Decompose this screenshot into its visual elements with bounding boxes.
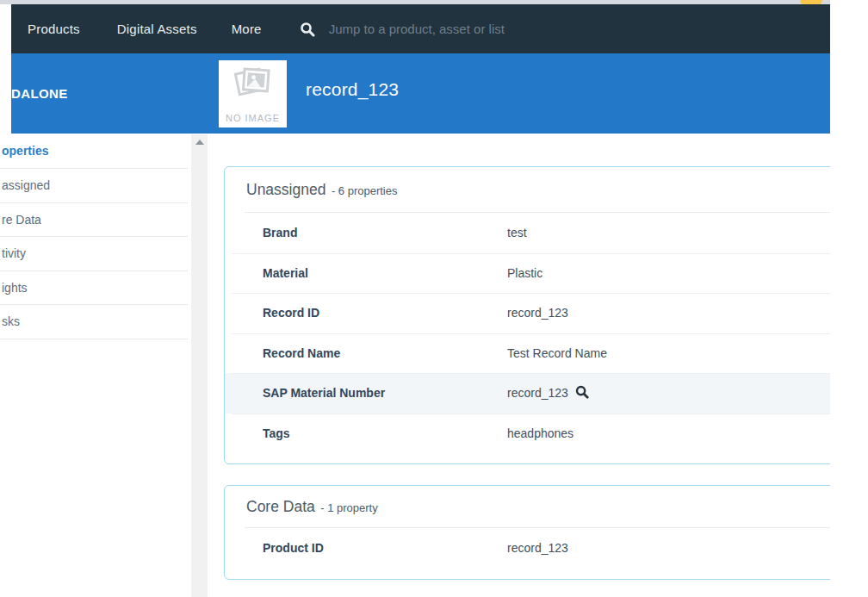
table-row: Tags headphones bbox=[225, 414, 830, 454]
group-header: Core Data - 1 property bbox=[225, 486, 830, 527]
property-value: Plastic bbox=[507, 266, 542, 280]
sidebar-item-insights[interactable]: ights bbox=[0, 271, 188, 306]
table-row: Record Name Test Record Name bbox=[225, 333, 830, 374]
property-label: Product ID bbox=[263, 541, 507, 555]
nav-item-more[interactable]: More bbox=[232, 22, 262, 36]
property-label: Record ID bbox=[263, 306, 507, 320]
no-image-label: NO IMAGE bbox=[219, 113, 287, 123]
record-header: DALONE NO IMAGE record_123 bbox=[11, 53, 830, 134]
chevron-up-icon bbox=[195, 140, 204, 145]
lookup-search-icon[interactable] bbox=[575, 385, 589, 401]
scroll-up-button[interactable] bbox=[191, 134, 208, 149]
app-window: Products Digital Assets More DALONE bbox=[0, 0, 830, 597]
table-row: Record ID record_123 bbox=[225, 293, 830, 333]
property-label: Tags bbox=[263, 426, 507, 440]
sidebar-navigation: operties assigned re Data tivity ights s… bbox=[0, 134, 188, 339]
sidebar-item-tasks[interactable]: sks bbox=[0, 305, 188, 339]
nav-item-products[interactable]: Products bbox=[28, 22, 80, 36]
table-row: Product ID record_123 bbox=[225, 528, 830, 569]
table-row-sap-material-number: SAP Material Number record_123 bbox=[225, 373, 830, 414]
group-title: Core Data bbox=[246, 498, 315, 515]
breadcrumb[interactable]: DALONE bbox=[11, 86, 68, 101]
property-group-core-data: Core Data - 1 property Product ID record… bbox=[224, 485, 830, 580]
sidebar-item-activity[interactable]: tivity bbox=[0, 237, 188, 271]
top-navigation-bar: Products Digital Assets More bbox=[11, 4, 830, 53]
property-value: record_123 bbox=[507, 541, 568, 555]
group-header: Unassigned - 6 properties bbox=[225, 167, 830, 212]
nav-item-digital-assets[interactable]: Digital Assets bbox=[117, 22, 197, 36]
property-value: record_123 bbox=[507, 385, 589, 401]
property-value: record_123 bbox=[507, 306, 568, 320]
record-thumbnail[interactable]: NO IMAGE bbox=[219, 60, 287, 127]
property-label: Material bbox=[263, 266, 507, 280]
table-row: Material Plastic bbox=[225, 253, 830, 294]
group-count: - 1 property bbox=[320, 501, 377, 514]
property-label: Brand bbox=[263, 226, 507, 239]
property-value: Test Record Name bbox=[507, 346, 607, 360]
search-icon bbox=[300, 22, 315, 37]
property-label: SAP Material Number bbox=[263, 386, 507, 400]
global-search-input[interactable] bbox=[327, 21, 692, 37]
group-title: Unassigned bbox=[246, 181, 326, 198]
property-value: headphones bbox=[507, 426, 574, 440]
sidebar-scrollbar[interactable] bbox=[191, 134, 208, 597]
property-value-text: record_123 bbox=[507, 386, 568, 400]
sidebar-item-core-data[interactable]: re Data bbox=[0, 203, 188, 238]
property-value: test bbox=[507, 226, 527, 239]
sidebar-item-unassigned[interactable]: assigned bbox=[0, 169, 188, 203]
table-row: Brand test bbox=[225, 213, 830, 253]
property-label: Record Name bbox=[263, 346, 507, 360]
page-title: record_123 bbox=[306, 79, 399, 100]
no-image-icon bbox=[232, 66, 274, 104]
property-group-unassigned: Unassigned - 6 properties Brand test Mat… bbox=[224, 166, 830, 464]
sidebar-item-properties[interactable]: operties bbox=[0, 134, 188, 169]
group-count: - 6 properties bbox=[332, 184, 398, 197]
